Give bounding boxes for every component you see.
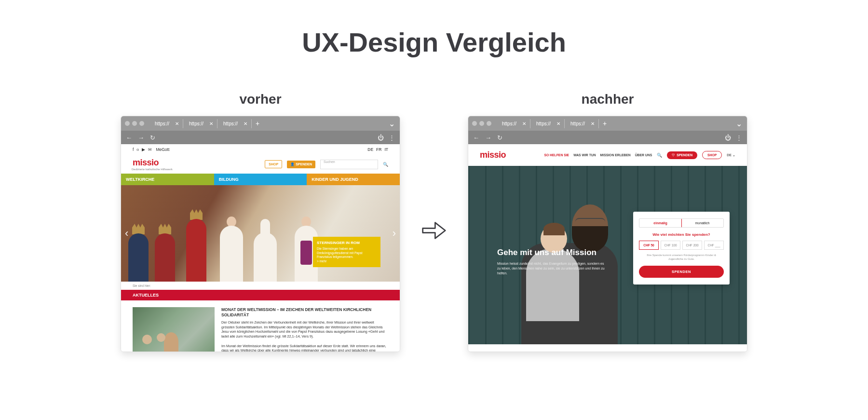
power-icon[interactable]: ⏻ — [725, 134, 731, 141]
chevron-down-icon[interactable]: ⌄ — [736, 119, 742, 128]
hero-caption: STERNSINGER IN ROM Die Sternsinger haben… — [313, 237, 380, 267]
forward-icon[interactable]: → — [485, 134, 491, 141]
browser-tab[interactable]: https://✕ — [185, 119, 217, 128]
nav-helfen[interactable]: SO HELFEN SIE — [544, 153, 569, 157]
browser-tab[interactable]: https://✕ — [151, 119, 183, 128]
back-icon[interactable]: ← — [126, 134, 132, 141]
more-link[interactable]: > mehr — [317, 259, 326, 263]
close-icon[interactable]: ✕ — [175, 121, 179, 126]
browser-tab[interactable]: https://✕ — [532, 119, 565, 128]
menu-icon[interactable]: ⋮ — [389, 134, 395, 141]
search-icon[interactable]: 🔍 — [657, 153, 662, 158]
donate-cta-button[interactable]: SPENDEN — [639, 266, 724, 278]
lang-it[interactable]: IT — [384, 147, 388, 152]
amount-custom[interactable]: CHF ___ — [704, 241, 724, 250]
before-label: vorher — [239, 92, 281, 107]
new-tab-icon[interactable]: + — [256, 120, 259, 127]
traffic-lights[interactable] — [472, 121, 491, 126]
close-icon[interactable]: ✕ — [209, 121, 213, 126]
lang-fr[interactable]: FR — [376, 147, 381, 152]
close-icon[interactable]: ✕ — [522, 121, 526, 126]
freq-monthly[interactable]: monatlich — [681, 219, 723, 227]
browser-tab[interactable]: https://✕ — [219, 119, 252, 128]
arrow-right-icon — [420, 217, 448, 246]
logo[interactable]: missio — [480, 150, 506, 160]
nav-erleben[interactable]: MISSION ERLEBEN — [600, 153, 631, 157]
facebook-icon[interactable]: f — [133, 147, 134, 152]
hero-title: Gehe mit uns auf Mission — [497, 248, 608, 257]
power-icon[interactable]: ⏻ — [378, 134, 384, 141]
donation-note: Ihre Spende kommt unserem Förderprogramm… — [639, 254, 724, 261]
chevron-down-icon[interactable]: ⌄ — [389, 119, 395, 128]
mail-icon[interactable]: ✉ — [148, 147, 152, 152]
search-icon[interactable]: 🔍 — [383, 162, 388, 167]
youtube-icon[interactable]: ▶ — [142, 147, 145, 152]
close-icon[interactable]: ✕ — [556, 121, 560, 126]
back-icon[interactable]: ← — [473, 134, 479, 141]
hero-slider: ‹ › STERNSINGER IN ROM Die Sternsinger h… — [121, 185, 400, 282]
amount-50[interactable]: CHF 50 — [639, 241, 659, 250]
cat-weltkirche[interactable]: WELTKIRCHE — [121, 174, 214, 185]
nav-tun[interactable]: WAS WIR TUN — [573, 153, 596, 157]
instagram-icon[interactable]: ⌾ — [136, 147, 139, 152]
traffic-lights[interactable] — [125, 121, 144, 126]
top-text: MeGott — [156, 147, 169, 152]
cat-kinder[interactable]: KINDER UND JUGEND — [307, 174, 400, 185]
shop-button[interactable]: SHOP — [265, 160, 282, 168]
next-icon[interactable]: › — [393, 227, 396, 240]
section-heading: AKTUELLES — [121, 290, 400, 300]
browser-tab[interactable]: https://✕ — [567, 119, 599, 128]
article-text: MONAT DER WELTMISSION – IM ZEICHEN DER W… — [221, 307, 388, 352]
browser-tab[interactable]: https://✕ — [498, 119, 530, 128]
donation-card: einmalig monatlich Wie viel möchten Sie … — [633, 212, 730, 285]
amount-200[interactable]: CHF 200 — [682, 241, 702, 250]
after-label: nachher — [582, 92, 634, 107]
close-icon[interactable]: ✕ — [244, 121, 247, 126]
browser-before: https://✕ https://✕ https://✕ + ⌄ ← → ↻ … — [121, 116, 400, 352]
shop-button[interactable]: SHOP — [702, 151, 722, 159]
tagline: Dedizierte katholische Hilfswerk — [132, 168, 173, 171]
page-title: UX-Design Vergleich — [0, 27, 868, 58]
prev-icon[interactable]: ‹ — [125, 227, 128, 240]
breadcrumb: Sie sind hier: — [121, 282, 400, 290]
menu-icon[interactable]: ⋮ — [736, 134, 742, 141]
donation-ask: Wie viel möchten Sie spenden? — [639, 232, 724, 237]
logo[interactable]: missio — [133, 158, 173, 168]
amount-100[interactable]: CHF 100 — [661, 241, 680, 250]
hero-section: Gehe mit uns auf Mission Mission heisst … — [468, 166, 747, 344]
close-icon[interactable]: ✕ — [591, 121, 595, 126]
freq-once[interactable]: einmalig — [639, 218, 682, 228]
reload-icon[interactable]: ↻ — [150, 134, 155, 141]
article-thumb[interactable] — [133, 307, 215, 352]
donate-button[interactable]: ♡ SPENDEN — [667, 151, 697, 159]
browser-after: https://✕ https://✕ https://✕ + ⌄ ← → ↻ … — [468, 116, 747, 352]
cat-bildung[interactable]: BILDUNG — [214, 174, 307, 185]
search-input[interactable]: Suchen — [320, 160, 378, 169]
nav-ueber[interactable]: ÜBER UNS — [635, 153, 652, 157]
lang-de[interactable]: DE — [367, 147, 373, 152]
donate-button[interactable]: 👤 SPENDEN — [287, 161, 315, 168]
forward-icon[interactable]: → — [138, 134, 144, 141]
hero-subtitle: Mission heisst zunächst nicht, das Evang… — [497, 261, 608, 275]
lang-select[interactable]: DE ⌄ — [727, 153, 735, 157]
reload-icon[interactable]: ↻ — [497, 134, 502, 141]
new-tab-icon[interactable]: + — [603, 120, 607, 127]
